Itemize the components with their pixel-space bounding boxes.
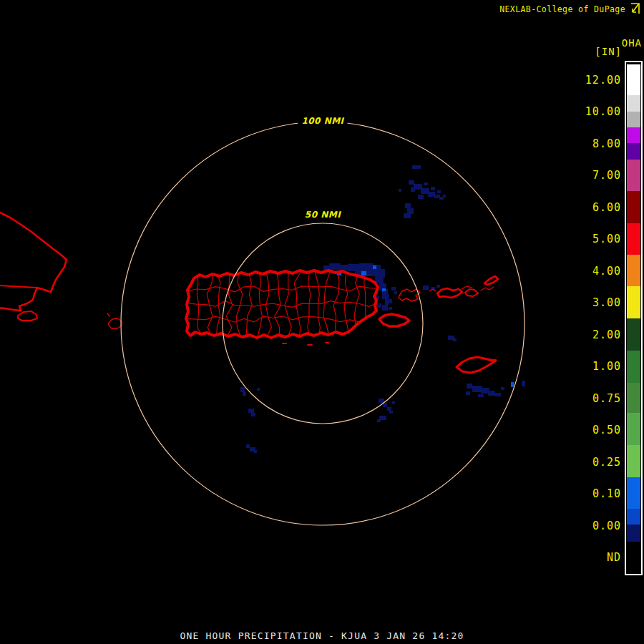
precip-cell (409, 180, 414, 185)
legend-colorbar-segments (627, 64, 640, 572)
precip-cell (405, 203, 411, 208)
legend-scale-label: 12.00 (585, 74, 621, 87)
precip-cell (472, 386, 482, 392)
legend-color-segment (627, 112, 640, 127)
legend-color-segment (627, 127, 640, 143)
legend-scale-label: ND (607, 551, 621, 564)
radar-screen: 100 NMI 50 NMI NEXLAB-College of DuPage … (0, 0, 644, 644)
precip-cell (377, 419, 381, 422)
legend-scale-label: 5.00 (592, 233, 621, 245)
legend-scale-label: 3.00 (592, 296, 621, 309)
legend-color-segment (627, 223, 640, 255)
precip-cell (391, 287, 396, 291)
hispaniola-bay-line (0, 286, 37, 288)
precip-cell (424, 182, 428, 185)
legend-scale-label: 6.00 (592, 201, 621, 214)
precip-cell (243, 392, 246, 396)
precip-cell (434, 195, 440, 198)
precip-cell (436, 285, 440, 288)
legend-scale-label: 8.00 (592, 137, 621, 150)
outer-ring-label: 100 NMI (298, 115, 347, 129)
mona-island-outline (109, 318, 122, 328)
legend-color-segment (627, 351, 640, 383)
legend-scale-label: 0.50 (592, 424, 621, 436)
legend-color-segment (627, 509, 640, 525)
precip-cell (431, 187, 435, 190)
precip-cell (404, 213, 411, 218)
legend-scale-label: 10.00 (585, 105, 621, 118)
range-ring-50nmi (223, 223, 423, 424)
precip-cell (453, 338, 457, 341)
puerto-rico-outline (186, 270, 378, 338)
precip-cell (386, 294, 389, 297)
precip-cell (501, 387, 504, 390)
legend-color-segment (627, 255, 640, 286)
legend-color-segment (627, 191, 640, 223)
precip-cell (522, 381, 525, 386)
precip-cell (254, 450, 257, 453)
mona-islet-dash (107, 313, 109, 316)
precip-cell (428, 192, 435, 197)
precip-cell (389, 307, 392, 310)
precip-cell (478, 394, 484, 397)
brand-text: NEXLAB-College of DuPage (499, 4, 625, 15)
legend-units: [IN] (595, 46, 622, 57)
legend-color-segment (627, 445, 640, 477)
precip-cell (392, 401, 395, 404)
inner-ring-label: 50 NMI (301, 209, 344, 223)
legend-color-segment (627, 286, 640, 318)
precip-cell (423, 286, 429, 290)
precip-cell (511, 382, 514, 387)
precip-cell (412, 165, 421, 169)
legend-color-segment (627, 525, 640, 542)
legend-scale-label: 7.00 (592, 169, 621, 182)
radar-map (0, 0, 644, 644)
legend-scale-label: 0.10 (592, 487, 621, 500)
legend-scale-label: 0.75 (592, 392, 621, 405)
precip-cell (407, 208, 414, 214)
legend-color-segment (627, 383, 640, 413)
puerto-rico-county-lines (187, 272, 379, 338)
legend-color-segment (627, 95, 640, 112)
precip-cell (379, 399, 384, 403)
tortola-outline (484, 276, 498, 285)
precip-cell (382, 305, 388, 311)
precip-cell (437, 190, 441, 193)
precip-cell (495, 393, 501, 396)
legend-color-segment (627, 413, 640, 445)
legend-color-segment (627, 64, 640, 95)
st-john-outline (465, 289, 478, 296)
legend-scale-label: 0.00 (592, 519, 621, 532)
precip-cell (348, 264, 361, 271)
precip-cell (394, 291, 397, 294)
legend-color-segment (627, 542, 640, 572)
legend-color-segment (627, 143, 640, 160)
legend-scale-label: 2.00 (592, 328, 621, 341)
cod-logo-icon (629, 2, 641, 15)
precip-cell (257, 388, 260, 391)
precip-cell (443, 195, 446, 197)
hispaniola-coastline (0, 212, 67, 311)
precip-cell (399, 189, 401, 192)
precip-cell (329, 263, 341, 270)
vieques-island-outline (379, 314, 409, 326)
precip-cell (488, 391, 495, 396)
range-ring-100nmi (121, 122, 525, 525)
precip-cell (373, 265, 376, 269)
precip-cell (382, 288, 386, 291)
precip-cell (389, 411, 393, 414)
legend-color-segment (627, 318, 640, 351)
product-title-text: ONE HOUR PRECIPITATION - KJUA 3 JAN 26 1… (180, 630, 464, 641)
precip-cell (251, 413, 255, 416)
precipitation-echoes (240, 165, 525, 453)
legend-product-code: OHA (622, 37, 642, 49)
legend-color-segment (627, 477, 640, 509)
precip-cell (240, 387, 245, 392)
precip-cell (377, 303, 381, 308)
precip-cell (466, 391, 470, 395)
south-coast-islets (283, 343, 328, 345)
precip-cell (246, 444, 250, 448)
precip-cell (361, 271, 366, 275)
legend-scale-label: 1.00 (592, 360, 621, 373)
saona-island-outline (18, 311, 37, 321)
